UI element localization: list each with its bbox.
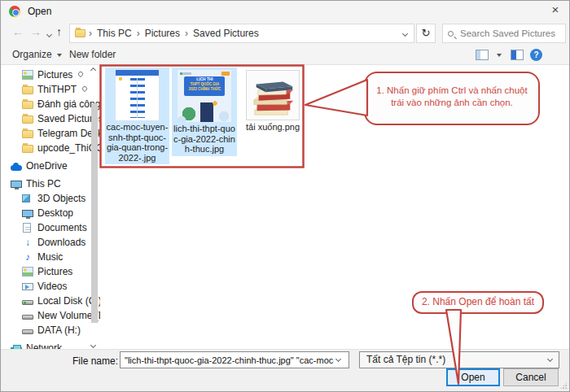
- sidebar: Pictures ThiTHPT Đánh giá công c Saved P…: [1, 65, 100, 351]
- sidebar-item-upcode[interactable]: upcode_ThiQG_: [1, 141, 100, 155]
- address-dropdown-icon[interactable]: [402, 31, 408, 37]
- organize-label: Organize: [12, 49, 52, 60]
- drive-icon: [22, 315, 33, 320]
- sidebar-item-label: Documents: [37, 222, 87, 233]
- window-title: Open: [28, 6, 51, 17]
- sidebar-item-label: Downloads: [37, 237, 86, 248]
- sidebar-item-label: Pictures: [37, 69, 72, 81]
- sidebar-item-data-h[interactable]: DATA (H:): [1, 323, 100, 338]
- sidebar-item-label: Videos: [37, 281, 67, 292]
- sidebar-item-downloads[interactable]: ↓ Downloads: [1, 235, 100, 250]
- file-name-input[interactable]: [120, 351, 349, 368]
- file-item-lich-thi[interactable]: LỊCH THI THPT QUỐC GIA 2022 CHÍNH THỨC l…: [172, 68, 237, 156]
- sidebar-item-videos[interactable]: Videos: [1, 279, 100, 294]
- computer-icon: [11, 181, 22, 188]
- cancel-button[interactable]: Cancel: [503, 368, 559, 386]
- preview-pane-icon[interactable]: [511, 50, 524, 60]
- file-label: cac-moc-tuyen-snh-thpt-quoc-gia-quan-tro…: [105, 120, 169, 164]
- videos-icon: [22, 283, 33, 290]
- back-icon[interactable]: ←: [12, 25, 24, 38]
- poster-illustration: [178, 98, 231, 122]
- sidebar-item-music[interactable]: ♪ Music: [1, 250, 100, 264]
- file-label: lich-thi-thpt-quoc-gia-2022-chinh-thuc.j…: [172, 122, 237, 156]
- file-type-value: Tất cả Tệp tin (*.*): [366, 354, 445, 365]
- poster-title-box: LỊCH THI THPT QUỐC GIA 2022 CHÍNH THỨC: [184, 76, 225, 96]
- sidebar-item-telegram-desktop[interactable]: Telegram Deskto: [1, 126, 100, 141]
- sidebar-item-label: This PC: [26, 178, 61, 189]
- sidebar-scrollbar[interactable]: [91, 103, 98, 323]
- sidebar-item-label: Pictures: [37, 266, 72, 277]
- file-item-tai-xuong[interactable]: tải xuống.png: [242, 68, 304, 134]
- open-dialog: Open × ← → ↑ › This PC › Pictures › Save…: [0, 0, 570, 392]
- music-icon: ♪: [22, 252, 33, 262]
- sidebar-item-label: Music: [37, 251, 63, 263]
- breadcrumb-pictures[interactable]: Pictures: [140, 28, 185, 39]
- new-folder-button[interactable]: New folder: [66, 47, 119, 62]
- title-bar: Open ×: [1, 1, 569, 22]
- pictures-icon: [22, 267, 33, 277]
- pictures-icon: [22, 70, 33, 80]
- sidebar-item-label: Desktop: [37, 207, 73, 219]
- search-icon: [448, 31, 454, 37]
- sidebar-item-label: ThiTHPT: [37, 84, 77, 95]
- annotation-step2: 2. Nhấn Open để hoàn tất: [412, 291, 544, 314]
- desktop-icon: [22, 210, 33, 217]
- sidebar-item-label: 3D Objects: [37, 193, 86, 204]
- 3d-objects-icon: [22, 194, 30, 203]
- sidebar-item-pictures[interactable]: Pictures: [1, 264, 100, 279]
- drive-icon: [22, 300, 33, 305]
- command-toolbar: Organize New folder ?: [1, 45, 569, 64]
- poster-logo: [180, 72, 191, 75]
- refresh-button[interactable]: ↻: [416, 24, 436, 43]
- address-bar[interactable]: › This PC › Pictures › Saved Pictures: [69, 24, 414, 43]
- organize-caret-icon: [57, 54, 62, 57]
- breadcrumb-this-pc[interactable]: This PC: [92, 28, 137, 39]
- books-thumbnail: [246, 70, 300, 120]
- sidebar-item-saved-pictures[interactable]: Saved Pictures: [1, 111, 100, 126]
- sidebar-item-this-pc[interactable]: This PC: [1, 176, 100, 191]
- pin-icon: [76, 71, 84, 79]
- folder-icon: [22, 115, 33, 124]
- poster-line3: 2022 CHÍNH THỨC: [184, 87, 225, 91]
- folder-icon: [22, 86, 33, 94]
- sidebar-item-onedrive[interactable]: OneDrive: [1, 159, 100, 173]
- search-box: [442, 24, 566, 43]
- books-image: [247, 71, 299, 120]
- footer-bar: File name: Tất cả Tệp tin (*.*) Open Can…: [1, 349, 569, 391]
- onedrive-icon: [11, 165, 22, 171]
- file-item-cac-moc[interactable]: cac-moc-tuyen-snh-thpt-quoc-gia-quan-tro…: [105, 68, 169, 164]
- resize-grip[interactable]: [559, 381, 568, 390]
- up-icon[interactable]: ↑: [56, 25, 62, 38]
- sidebar-item-documents[interactable]: Documents: [1, 220, 100, 235]
- sidebar-item-3d-objects[interactable]: 3D Objects: [1, 191, 100, 206]
- file-type-select[interactable]: Tất cả Tệp tin (*.*): [359, 351, 559, 368]
- documents-icon: [23, 223, 31, 233]
- open-button[interactable]: Open: [446, 368, 500, 386]
- folder-icon: [22, 130, 33, 138]
- sidebar-item-desktop[interactable]: Desktop: [1, 206, 100, 220]
- sidebar-item-label: OneDrive: [26, 160, 68, 172]
- drive-icon: [22, 329, 33, 334]
- views-icon[interactable]: [476, 50, 489, 60]
- views-caret-icon[interactable]: [497, 54, 502, 57]
- organize-button[interactable]: Organize: [9, 47, 65, 62]
- file-name-label: File name:: [72, 355, 118, 367]
- navigation-bar: ← → ↑ › This PC › Pictures › Saved Pictu…: [1, 22, 569, 45]
- help-icon[interactable]: ?: [530, 49, 542, 61]
- file-label: tải xuống.png: [242, 120, 304, 134]
- sidebar-item-danh-gia[interactable]: Đánh giá công c: [1, 97, 100, 111]
- history-chevron-icon[interactable]: [46, 32, 52, 37]
- downloads-icon: ↓: [22, 237, 33, 247]
- sidebar-item-pictures-pinned[interactable]: Pictures: [1, 68, 100, 82]
- infographic-thumbnail: [116, 70, 159, 120]
- forward-icon[interactable]: →: [30, 25, 42, 38]
- sidebar-item-local-disk-c[interactable]: Local Disk (C:): [1, 294, 100, 308]
- close-button[interactable]: ×: [542, 1, 569, 20]
- annotation-step1: 1. Nhấn giữ phím Ctrl và nhấn chuột trái…: [364, 72, 540, 125]
- file-type-dropdown-icon: [547, 356, 553, 362]
- sidebar-item-thithpt[interactable]: ThiTHPT: [1, 82, 100, 97]
- pin-icon: [80, 85, 88, 94]
- sidebar-item-new-volume-d[interactable]: New Volume (D:: [1, 308, 100, 323]
- breadcrumb-saved-pictures[interactable]: Saved Pictures: [188, 28, 264, 39]
- search-input[interactable]: [458, 28, 560, 39]
